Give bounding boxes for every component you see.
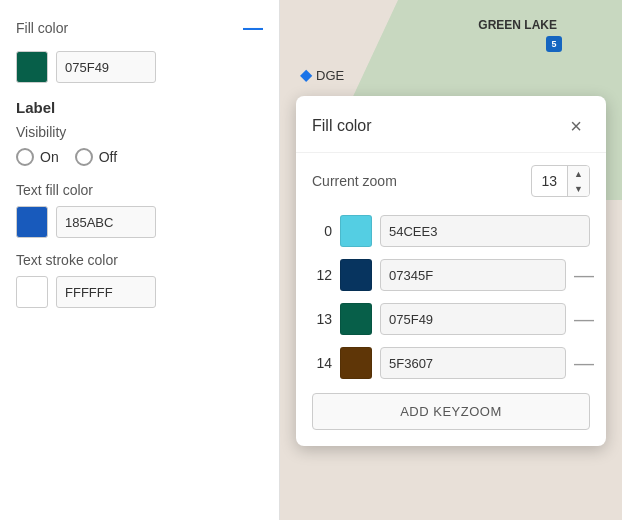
left-panel: Fill color — Label Visibility On Off Tex… bbox=[0, 0, 280, 520]
text-stroke-swatch[interactable] bbox=[16, 276, 48, 308]
fill-color-row: Fill color — bbox=[16, 16, 263, 39]
popup-title: Fill color bbox=[312, 117, 372, 135]
text-fill-input-row bbox=[16, 206, 263, 238]
label-heading: Label bbox=[16, 99, 263, 116]
dge-label: ◆DGE bbox=[300, 65, 344, 84]
add-keyzoom-button[interactable]: ADD KEYZOOM bbox=[312, 393, 590, 430]
fill-color-label: Fill color bbox=[16, 20, 235, 36]
color-entry-row: 14 — bbox=[296, 341, 606, 385]
green-lake-label: GREEN LAKE bbox=[478, 18, 557, 32]
radio-off-label: Off bbox=[99, 149, 117, 165]
entry-remove-icon[interactable]: — bbox=[574, 352, 594, 375]
entry-zoom-number: 0 bbox=[312, 223, 332, 239]
text-fill-hex-input[interactable] bbox=[56, 206, 156, 238]
fill-color-hex-input[interactable] bbox=[56, 51, 156, 83]
text-fill-swatch[interactable] bbox=[16, 206, 48, 238]
entry-color-swatch[interactable] bbox=[340, 303, 372, 335]
interstate-badge: 5 bbox=[546, 36, 562, 52]
entry-color-swatch[interactable] bbox=[340, 215, 372, 247]
radio-off[interactable]: Off bbox=[75, 148, 117, 166]
zoom-value: 13 bbox=[532, 166, 569, 196]
entry-remove-icon[interactable]: — bbox=[574, 308, 594, 331]
entry-zoom-number: 12 bbox=[312, 267, 332, 283]
color-entry-row: 12 — bbox=[296, 253, 606, 297]
entry-color-swatch[interactable] bbox=[340, 259, 372, 291]
zoom-arrows: ▲ ▼ bbox=[568, 166, 589, 196]
zoom-down-button[interactable]: ▼ bbox=[568, 181, 589, 196]
fill-color-input-row bbox=[16, 51, 263, 83]
fill-color-swatch[interactable] bbox=[16, 51, 48, 83]
entry-remove-icon[interactable]: — bbox=[574, 264, 594, 287]
text-stroke-hex-input[interactable] bbox=[56, 276, 156, 308]
entry-zoom-number: 14 bbox=[312, 355, 332, 371]
fill-color-minus-icon[interactable]: — bbox=[243, 16, 263, 39]
radio-off-circle[interactable] bbox=[75, 148, 93, 166]
zoom-up-button[interactable]: ▲ bbox=[568, 166, 589, 181]
entry-color-swatch[interactable] bbox=[340, 347, 372, 379]
entry-hex-input[interactable] bbox=[380, 347, 566, 379]
entry-hex-input[interactable] bbox=[380, 259, 566, 291]
color-entry-row: 0 bbox=[296, 209, 606, 253]
entry-hex-input[interactable] bbox=[380, 303, 566, 335]
zoom-control: 13 ▲ ▼ bbox=[531, 165, 591, 197]
entry-zoom-number: 13 bbox=[312, 311, 332, 327]
close-button[interactable]: × bbox=[562, 112, 590, 140]
color-entries: 0 12 — 13 — 14 — bbox=[296, 209, 606, 385]
zoom-row: Current zoom 13 ▲ ▼ bbox=[296, 153, 606, 209]
text-fill-label: Text fill color bbox=[16, 182, 263, 198]
popup-header: Fill color × bbox=[296, 96, 606, 153]
text-stroke-input-row bbox=[16, 276, 263, 308]
color-entry-row: 13 — bbox=[296, 297, 606, 341]
radio-on[interactable]: On bbox=[16, 148, 59, 166]
fill-color-popup: Fill color × Current zoom 13 ▲ ▼ 0 12 — … bbox=[296, 96, 606, 446]
current-zoom-label: Current zoom bbox=[312, 173, 519, 189]
visibility-label: Visibility bbox=[16, 124, 263, 140]
entry-hex-input[interactable] bbox=[380, 215, 590, 247]
radio-on-circle[interactable] bbox=[16, 148, 34, 166]
visibility-radio-group: On Off bbox=[16, 148, 263, 166]
text-stroke-label: Text stroke color bbox=[16, 252, 263, 268]
radio-on-label: On bbox=[40, 149, 59, 165]
